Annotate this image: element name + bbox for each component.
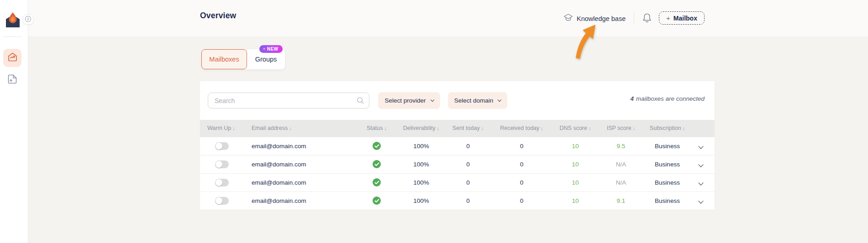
select-provider-dropdown[interactable]: Select provider	[378, 92, 440, 109]
topbar: Overview Knowledge base + Mailbox	[28, 0, 868, 36]
col-header-sent-today[interactable]: Sent today↓	[441, 120, 495, 137]
col-header-received-today[interactable]: Received today↓	[495, 120, 548, 137]
sidebar-divider	[3, 36, 21, 37]
received-today-cell: 0	[495, 191, 548, 210]
status-ok-icon	[373, 196, 381, 205]
isp-score-cell: N/A	[616, 161, 626, 168]
col-header-status[interactable]: Status↓	[352, 120, 402, 137]
sort-icon: ↓	[480, 125, 484, 131]
email-cell: email@domain.com	[241, 137, 352, 155]
add-mailbox-button[interactable]: + Mailbox	[659, 11, 705, 25]
sent-today-cell: 0	[441, 173, 495, 191]
sort-icon: ↓	[383, 125, 387, 131]
knowledge-base-link[interactable]: Knowledge base	[563, 13, 626, 24]
row-expand-chevron-icon[interactable]	[698, 162, 703, 167]
dns-score-cell: 10	[572, 143, 579, 150]
col-header-warm-up[interactable]: Warm Up↓	[200, 120, 241, 137]
received-today-cell: 0	[495, 155, 548, 173]
deliverability-cell: 100%	[402, 137, 441, 155]
home-trend-icon	[7, 52, 18, 64]
sort-icon: ↓	[231, 125, 235, 131]
sort-icon: ↓	[539, 125, 543, 131]
row-expand-chevron-icon[interactable]	[698, 144, 703, 149]
row-expand-chevron-icon[interactable]	[698, 180, 703, 185]
subscription-cell: Business	[639, 173, 695, 191]
col-header-subscription[interactable]: Subscription↓	[639, 120, 695, 137]
col-header-deliverability[interactable]: Deliverability↓	[402, 120, 441, 137]
dns-score-cell: 10	[572, 161, 579, 168]
dns-score-cell: 10	[572, 197, 579, 204]
search-icon	[357, 97, 364, 106]
table-row: email@domain.com 100% 0 0 10 N/A Busines…	[200, 155, 715, 173]
subscription-cell: Business	[639, 137, 695, 155]
select-domain-dropdown[interactable]: Select domain	[448, 92, 507, 109]
connected-count-note: 4mailboxes are connected	[630, 95, 705, 102]
col-header-dns-score[interactable]: DNS score↓	[548, 120, 603, 137]
flame-envelope-logo-icon[interactable]	[5, 12, 21, 28]
sort-icon: ↓	[681, 125, 685, 131]
page-title: Overview	[200, 11, 236, 21]
table-header-row: Warm Up↓ Email address↓ Status↓ Delivera…	[200, 120, 715, 137]
sidebar-collapse-button[interactable]	[23, 14, 33, 25]
sort-icon: ↓	[587, 125, 591, 131]
chevron-down-icon	[498, 98, 501, 101]
sent-today-cell: 0	[441, 137, 495, 155]
sent-today-cell: 0	[441, 191, 495, 210]
sidebar	[0, 0, 28, 243]
main-content: Mailboxes Groups ✦ NEW Select provider	[28, 36, 868, 243]
email-cell: email@domain.com	[241, 155, 352, 173]
sort-icon: ↓	[436, 125, 440, 131]
app-root: Overview Knowledge base + Mailbox Mailb	[0, 0, 868, 243]
deliverability-cell: 100%	[402, 191, 441, 210]
notifications-bell-icon[interactable]	[642, 13, 652, 24]
col-header-email[interactable]: Email address↓	[241, 120, 352, 137]
search-input[interactable]	[208, 93, 369, 109]
subscription-cell: Business	[639, 155, 695, 173]
warmup-toggle[interactable]	[215, 160, 229, 168]
received-today-cell: 0	[495, 173, 548, 191]
subscription-cell: Business	[639, 191, 695, 210]
isp-score-cell: 9.5	[617, 143, 626, 150]
sidebar-item-add-document[interactable]	[3, 71, 21, 89]
chevron-down-icon	[430, 98, 434, 101]
mailboxes-table: Warm Up↓ Email address↓ Status↓ Delivera…	[200, 120, 715, 210]
tab-mailboxes[interactable]: Mailboxes	[201, 49, 247, 69]
add-mailbox-label: Mailbox	[673, 15, 697, 22]
col-header-isp-score[interactable]: ISP score↓	[603, 120, 639, 137]
deliverability-cell: 100%	[402, 173, 441, 191]
col-header-actions	[695, 120, 715, 137]
new-badge: ✦ NEW	[259, 45, 283, 53]
select-provider-label: Select provider	[384, 97, 426, 104]
table-row: email@domain.com 100% 0 0 10 9.5 Busines…	[200, 137, 715, 155]
graduation-cap-icon	[563, 13, 573, 24]
warmup-toggle[interactable]	[215, 142, 229, 150]
status-ok-icon	[373, 142, 381, 150]
received-today-cell: 0	[495, 137, 548, 155]
sidebar-item-overview[interactable]	[3, 49, 21, 67]
row-expand-chevron-icon[interactable]	[698, 198, 703, 203]
isp-score-cell: 9.1	[617, 197, 626, 204]
topbar-divider	[634, 12, 634, 25]
email-cell: email@domain.com	[241, 173, 352, 191]
status-ok-icon	[373, 178, 381, 186]
chevron-right-icon	[25, 16, 32, 24]
connected-count: 4	[630, 95, 634, 102]
mailboxes-card: Select provider Select domain 4mailboxes…	[200, 81, 715, 210]
search-input-wrap	[208, 93, 369, 109]
select-domain-label: Select domain	[454, 97, 494, 104]
table-row: email@domain.com 100% 0 0 10 9.1 Busines…	[200, 191, 715, 210]
sparkle-icon: ✦	[263, 47, 266, 51]
warmup-toggle[interactable]	[215, 197, 229, 205]
connected-text: mailboxes are connected	[636, 95, 705, 102]
deliverability-cell: 100%	[402, 155, 441, 173]
sort-icon: ↓	[631, 125, 636, 131]
email-cell: email@domain.com	[241, 191, 352, 210]
file-plus-icon	[7, 73, 18, 87]
table-row: email@domain.com 100% 0 0 10 N/A Busines…	[200, 173, 715, 191]
tabs: Mailboxes Groups ✦ NEW	[201, 49, 285, 69]
new-badge-label: NEW	[267, 47, 279, 52]
sort-icon: ↓	[288, 125, 292, 131]
status-ok-icon	[373, 160, 381, 168]
plus-icon: +	[666, 14, 670, 22]
warmup-toggle[interactable]	[215, 179, 229, 186]
